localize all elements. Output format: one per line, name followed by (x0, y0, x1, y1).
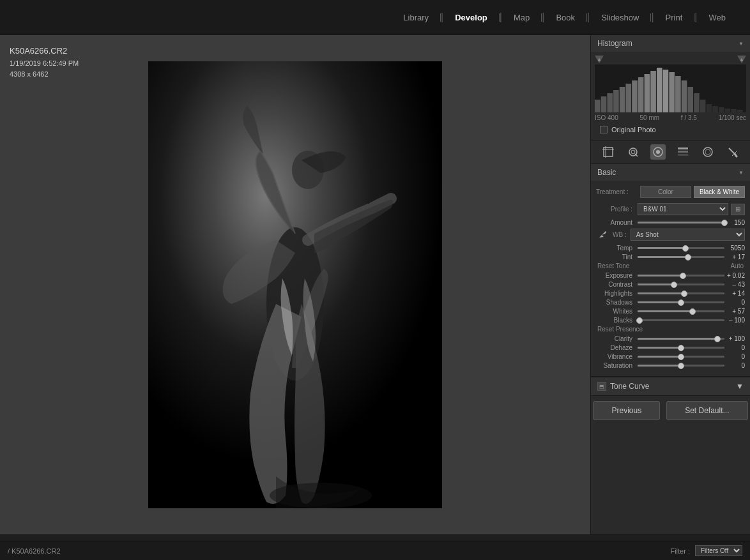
svg-rect-24 (712, 106, 718, 112)
svg-rect-8 (613, 90, 619, 112)
svg-point-40 (703, 148, 712, 156)
shadows-slider[interactable] (638, 301, 724, 303)
tone-curve-scroll-icon[interactable]: ⬒ (597, 382, 606, 391)
svg-rect-14 (650, 71, 656, 112)
vibrance-slider[interactable] (638, 356, 724, 358)
photo-image (148, 61, 442, 508)
contrast-value: – 43 (724, 281, 745, 288)
blacks-label: Blacks (596, 317, 638, 324)
clarity-slider[interactable] (638, 338, 724, 340)
wb-row: WB : As Shot (596, 228, 745, 241)
histogram-clip-highlight[interactable]: ▲ (737, 56, 746, 63)
temp-slider[interactable] (638, 247, 724, 249)
nav-item-map[interactable]: Map (502, 13, 542, 22)
svg-rect-27 (731, 109, 737, 112)
tint-slider[interactable] (638, 256, 724, 258)
profile-label: Profile : (596, 206, 638, 213)
svg-rect-23 (707, 104, 712, 112)
dehaze-label: Dehaze (596, 344, 638, 351)
main-content: K50A6266.CR2 1/19/2019 6:52:49 PM 4308 x… (0, 35, 750, 534)
wb-eyedropper[interactable] (596, 228, 609, 241)
original-photo-label: Original Photo (611, 126, 656, 133)
color-treatment-btn[interactable]: Color (640, 186, 691, 198)
status-bar: / K50A6266.CR2 Filter : Filters Off (0, 541, 750, 560)
basic-header[interactable]: Basic ▼ (591, 164, 750, 181)
blacks-slider-row: Blacks – 100 (596, 317, 745, 324)
photo-area: K50A6266.CR2 1/19/2019 6:52:49 PM 4308 x… (0, 35, 590, 534)
dehaze-slider[interactable] (638, 347, 724, 349)
reset-presence-btn[interactable]: Reset Presence (597, 326, 643, 333)
center-panel: K50A6266.CR2 1/19/2019 6:52:49 PM 4308 x… (0, 35, 590, 534)
wb-label: WB : (609, 231, 631, 238)
red-eye-tool[interactable] (650, 144, 666, 160)
blacks-slider[interactable] (638, 319, 724, 321)
profile-grid-btn[interactable]: ⊞ (731, 204, 745, 215)
shadows-value: 0 (724, 299, 745, 306)
saturation-label: Saturation (596, 362, 638, 369)
svg-rect-10 (625, 84, 631, 112)
histogram-title: Histogram (597, 39, 632, 48)
contrast-slider[interactable] (638, 284, 724, 285)
basic-title: Basic (597, 168, 616, 177)
svg-rect-7 (607, 93, 613, 112)
graduated-filter-tool[interactable] (675, 144, 691, 160)
exposure-label: Exposure (596, 272, 638, 279)
amount-slider-row: Amount 150 (596, 219, 745, 226)
auto-tone-btn[interactable]: Auto (730, 262, 744, 269)
highlights-slider[interactable] (638, 292, 724, 294)
file-path: / K50A6266.CR2 (8, 547, 61, 555)
vibrance-label: Vibrance (596, 353, 638, 360)
exposure-slider[interactable] (638, 275, 724, 276)
histogram-fstop: f / 3.5 (681, 114, 697, 121)
top-navigation: Library | Develop | Map | Book | Slidesh… (0, 0, 750, 35)
right-panel: Histogram ▼ ▲ ▲ (590, 35, 750, 534)
nav-item-book[interactable]: Book (544, 13, 587, 22)
nav-item-web[interactable]: Web (698, 13, 738, 22)
bw-treatment-btn[interactable]: Black & White (694, 186, 745, 198)
histogram-graph (595, 64, 746, 112)
svg-rect-16 (663, 70, 669, 112)
svg-rect-17 (669, 72, 675, 112)
nav-item-library[interactable]: Library (392, 13, 441, 22)
photo-info: K50A6266.CR2 1/19/2019 6:52:49 PM 4308 x… (10, 45, 79, 80)
filter-select[interactable]: Filters Off (695, 545, 742, 556)
original-photo-checkbox[interactable] (600, 126, 608, 133)
saturation-slider[interactable] (638, 365, 724, 367)
nav-item-print[interactable]: Print (654, 13, 695, 22)
histogram-clip-shadow[interactable]: ▲ (595, 56, 604, 63)
wb-select[interactable]: As Shot (631, 229, 745, 241)
svg-rect-9 (620, 87, 625, 112)
clarity-label: Clarity (596, 335, 638, 342)
whites-value: + 57 (724, 308, 745, 315)
adjustment-brush-tool[interactable] (725, 144, 740, 160)
svg-rect-19 (682, 80, 687, 112)
tone-curve-header[interactable]: ⬒ Tone Curve ▼ (591, 377, 750, 395)
photo-container (148, 61, 442, 508)
photo-filename: K50A6266.CR2 (10, 45, 79, 58)
exposure-value: + 0.02 (724, 272, 745, 279)
previous-button[interactable]: Previous (593, 401, 660, 420)
spot-removal-tool[interactable] (625, 144, 641, 160)
tint-label: Tint (596, 254, 638, 261)
amount-slider[interactable] (638, 222, 724, 223)
whites-slider[interactable] (638, 310, 724, 312)
svg-rect-28 (737, 110, 743, 112)
treatment-row: Treatment : Color Black & White (596, 186, 745, 198)
histogram-collapse-icon[interactable]: ▼ (739, 41, 744, 47)
histogram-focal: 50 mm (639, 114, 659, 121)
saturation-value: 0 (724, 362, 745, 369)
set-default-button[interactable]: Set Default... (666, 401, 747, 420)
profile-select[interactable]: B&W 01 (638, 203, 728, 215)
histogram-meta: ISO 400 50 mm f / 3.5 1/100 sec (595, 112, 746, 123)
filter-label: Filter : (670, 547, 690, 555)
photo-datetime: 1/19/2019 6:52:49 PM (10, 58, 79, 70)
radial-filter-tool[interactable] (700, 144, 716, 160)
histogram-header[interactable]: Histogram ▼ (591, 35, 750, 52)
basic-collapse-icon[interactable]: ▼ (739, 170, 744, 176)
nav-item-develop[interactable]: Develop (443, 13, 500, 22)
temp-slider-row: Temp 5050 (596, 245, 745, 252)
reset-tone-btn[interactable]: Reset Tone (597, 262, 629, 269)
crop-tool[interactable] (601, 144, 616, 160)
nav-item-slideshow[interactable]: Slideshow (590, 13, 651, 22)
tone-curve-collapse-icon[interactable]: ▼ (736, 382, 744, 391)
